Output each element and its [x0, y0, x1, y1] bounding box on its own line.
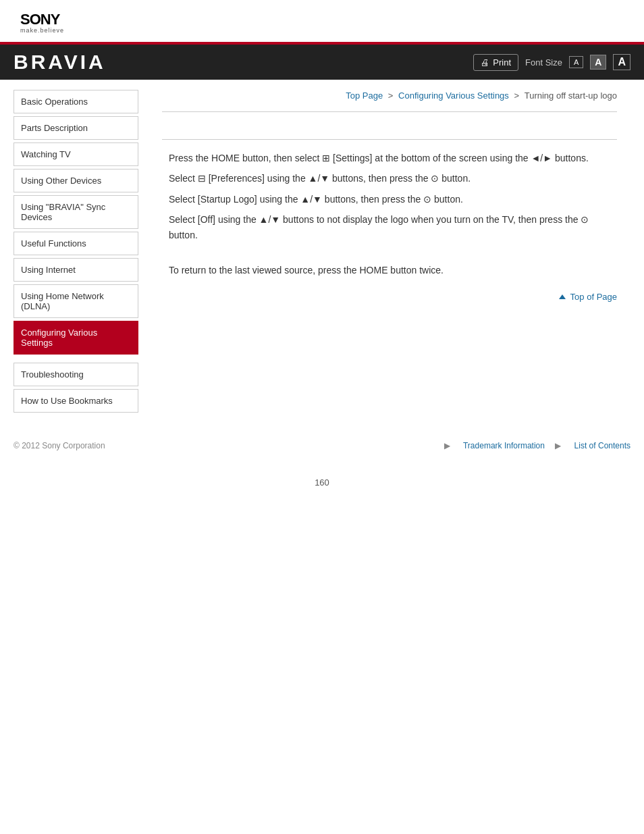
sony-tagline: make.believe: [20, 27, 624, 34]
footer-links: ▶ Trademark Information ▶ List of Conten…: [444, 441, 630, 450]
font-large-button[interactable]: A: [613, 54, 630, 70]
sidebar-item-using-home-network[interactable]: Using Home Network (DLNA): [14, 284, 138, 318]
trademark-link[interactable]: Trademark Information: [463, 441, 545, 450]
sony-header: SONY make.believe: [0, 0, 644, 42]
arrow-up-icon: [559, 294, 566, 299]
sidebar-item-troubleshooting[interactable]: Troubleshooting: [14, 363, 138, 386]
font-small-button[interactable]: A: [569, 56, 583, 68]
top-divider: [162, 111, 617, 112]
trademark-arrow-icon: ▶: [444, 441, 450, 450]
second-divider: [162, 139, 617, 140]
bravia-toolbar: 🖨 Print Font Size A A A: [473, 54, 630, 71]
breadcrumb-sep1: >: [388, 90, 396, 101]
step-3: Select [Startup Logo] using the ▲/▼ butt…: [169, 192, 617, 207]
page-footer: © 2012 Sony Corporation ▶ Trademark Info…: [0, 434, 644, 457]
sidebar-group-main: Basic Operations Parts Description Watch…: [14, 90, 138, 355]
sony-logo: SONY: [20, 12, 624, 27]
print-icon: 🖨: [481, 57, 489, 68]
sidebar: Basic Operations Parts Description Watch…: [14, 80, 149, 421]
step-4: Select [Off] using the ▲/▼ buttons to no…: [169, 212, 617, 242]
content-body: Press the HOME button, then select ⊞ [Se…: [162, 151, 617, 278]
content-footer: Top of Page: [162, 292, 617, 302]
note: To return to the last viewed source, pre…: [169, 263, 617, 278]
sidebar-item-configuring-various-settings[interactable]: Configuring Various Settings: [14, 321, 138, 355]
sidebar-item-how-to-use-bookmarks[interactable]: How to Use Bookmarks: [14, 389, 138, 413]
sidebar-item-useful-functions[interactable]: Useful Functions: [14, 232, 138, 255]
page-number: 160: [0, 477, 644, 488]
top-of-page-link-container: Top of Page: [162, 292, 617, 302]
sidebar-item-using-bravia-sync[interactable]: Using "BRAVIA" Sync Devices: [14, 195, 138, 229]
sidebar-group-secondary: Troubleshooting How to Use Bookmarks: [14, 363, 138, 413]
sidebar-item-using-other-devices[interactable]: Using Other Devices: [14, 169, 138, 192]
step-1: Press the HOME button, then select ⊞ [Se…: [169, 151, 617, 165]
print-label: Print: [493, 57, 511, 68]
top-of-page-link[interactable]: Top of Page: [570, 292, 617, 302]
breadcrumb: Top Page > Configuring Various Settings …: [162, 86, 617, 106]
breadcrumb-sep2: >: [514, 90, 521, 101]
sidebar-item-parts-description[interactable]: Parts Description: [14, 116, 138, 140]
bravia-title: BRAVIA: [14, 51, 106, 74]
list-of-contents-link[interactable]: List of Contents: [574, 441, 630, 450]
main-layout: Basic Operations Parts Description Watch…: [0, 80, 644, 421]
breadcrumb-current: Turning off start-up logo: [525, 90, 617, 101]
breadcrumb-section[interactable]: Configuring Various Settings: [398, 90, 509, 101]
step-2: Select ⊟ [Preferences] using the ▲/▼ but…: [169, 171, 617, 186]
copyright: © 2012 Sony Corporation: [14, 441, 105, 450]
font-size-label: Font Size: [525, 57, 562, 68]
bravia-bar: BRAVIA 🖨 Print Font Size A A A: [0, 42, 644, 80]
sidebar-item-using-internet[interactable]: Using Internet: [14, 258, 138, 282]
font-medium-button[interactable]: A: [590, 55, 606, 70]
breadcrumb-top[interactable]: Top Page: [346, 90, 383, 101]
content-area: Top Page > Configuring Various Settings …: [149, 80, 630, 421]
list-contents-arrow-icon: ▶: [555, 441, 561, 450]
sidebar-item-basic-operations[interactable]: Basic Operations: [14, 90, 138, 113]
print-button[interactable]: 🖨 Print: [473, 54, 518, 71]
sidebar-item-watching-tv[interactable]: Watching TV: [14, 142, 138, 166]
